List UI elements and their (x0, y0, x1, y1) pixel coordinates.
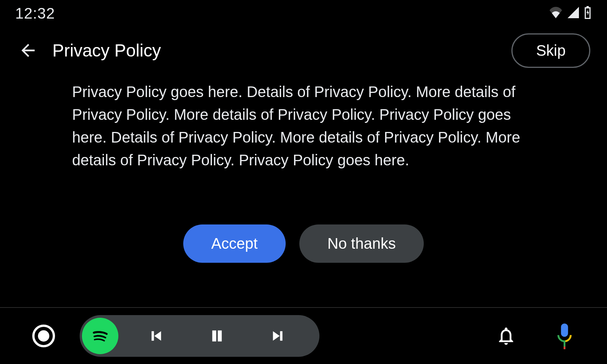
decline-button[interactable]: No thanks (299, 224, 424, 263)
page-title: Privacy Policy (52, 40, 511, 61)
next-track-button[interactable] (247, 317, 308, 355)
launcher-button[interactable] (30, 323, 57, 349)
spotify-icon[interactable] (82, 318, 118, 354)
assistant-button[interactable] (552, 324, 577, 348)
skip-button[interactable]: Skip (511, 33, 590, 68)
wifi-icon (549, 7, 563, 20)
pause-button[interactable] (187, 317, 247, 355)
status-time: 12:32 (15, 5, 55, 22)
action-row: Accept No thanks (0, 224, 607, 263)
media-controls (80, 315, 319, 357)
previous-track-button[interactable] (126, 317, 187, 355)
status-icons (549, 6, 592, 20)
status-bar: 12:32 (0, 0, 607, 27)
notifications-button[interactable] (494, 324, 518, 348)
header: Privacy Policy Skip (0, 33, 607, 67)
policy-text: Privacy Policy goes here. Details of Pri… (72, 80, 535, 171)
cellular-icon (567, 7, 580, 20)
nav-bar (0, 307, 607, 364)
svg-point-1 (38, 330, 49, 342)
battery-icon (583, 6, 592, 20)
back-button[interactable] (17, 39, 39, 62)
accept-button[interactable]: Accept (183, 224, 286, 263)
